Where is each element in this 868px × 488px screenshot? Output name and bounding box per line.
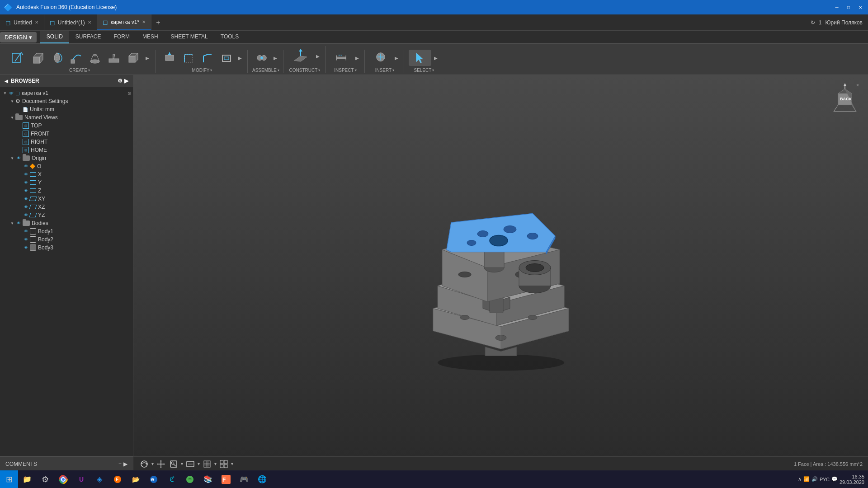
display-settings-button[interactable]: [185, 459, 196, 469]
tree-root[interactable]: ▼ 👁 ◻ каретка v1 ⊙: [0, 89, 133, 97]
view-cube[interactable]: × BACK: [829, 82, 861, 114]
tab-tools[interactable]: TOOLS: [214, 31, 245, 43]
xy-eye-icon[interactable]: 👁: [23, 196, 29, 202]
comments-add-icon[interactable]: +: [118, 461, 122, 467]
tab-close-icon[interactable]: ✕: [142, 19, 146, 24]
tree-origin-y[interactable]: 👁 Y: [0, 178, 133, 187]
tree-origin-xy[interactable]: 👁 XY: [0, 195, 133, 203]
rib-button[interactable]: [105, 50, 123, 66]
new-sketch-button[interactable]: [7, 50, 28, 66]
taskbar-app-games[interactable]: 🎮: [235, 470, 253, 488]
tab-untitled[interactable]: ◻ Untitled ✕: [0, 14, 44, 30]
comments-expand-icon[interactable]: ▶: [123, 461, 127, 467]
orbit-button[interactable]: [139, 459, 150, 469]
taskbar-file-explorer[interactable]: 📁: [18, 470, 36, 488]
insert-more-button[interactable]: ▶: [393, 54, 400, 62]
taskbar-app-cyan[interactable]: ℭ: [163, 470, 181, 488]
select-tool-button[interactable]: [409, 50, 431, 66]
modify-more-button[interactable]: ▶: [236, 54, 244, 62]
tree-origin-x[interactable]: 👁 X: [0, 170, 133, 178]
tree-origin-yz[interactable]: 👁 YZ: [0, 211, 133, 219]
orbit-arrow[interactable]: ▾: [151, 461, 154, 466]
construct-button[interactable]: [288, 46, 313, 66]
taskbar-fusion[interactable]: F: [217, 470, 235, 488]
press-pull-button[interactable]: [160, 50, 179, 66]
fillet-button[interactable]: [179, 50, 198, 66]
tab-close-icon[interactable]: ✕: [35, 20, 38, 25]
shell-button[interactable]: [217, 50, 236, 66]
viewport[interactable]: × BACK: [133, 75, 868, 471]
select-more-button[interactable]: ▶: [432, 54, 439, 62]
taskbar-app-net[interactable]: 🌐: [253, 470, 271, 488]
tree-origin-o[interactable]: 👁 O: [0, 162, 133, 170]
browser-expand-icon[interactable]: ▶: [124, 78, 128, 84]
origin-eye-icon[interactable]: 👁: [15, 155, 22, 161]
display-arrow[interactable]: ▾: [198, 461, 200, 466]
minimize-button[interactable]: ─: [833, 3, 841, 11]
tree-view-home[interactable]: ⊞ HOME: [0, 146, 133, 154]
taskbar-settings[interactable]: ⚙: [36, 470, 54, 488]
taskbar-app-books[interactable]: 📚: [199, 470, 217, 488]
root-eye-icon[interactable]: 👁: [8, 90, 14, 96]
tab-form[interactable]: FORM: [108, 31, 136, 43]
taskbar-notification-icon[interactable]: 💬: [831, 476, 838, 482]
tab-close-icon[interactable]: ✕: [88, 20, 91, 25]
start-button[interactable]: ⊞: [0, 470, 18, 488]
tab-mesh[interactable]: MESH: [136, 31, 165, 43]
xz-eye-icon[interactable]: 👁: [23, 204, 29, 210]
design-button[interactable]: DESIGN ▾: [0, 32, 37, 42]
box-button[interactable]: [124, 50, 142, 66]
measure-button[interactable]: mm: [330, 50, 353, 66]
tree-origin-xz[interactable]: 👁 XZ: [0, 203, 133, 211]
inspect-more-button[interactable]: ▶: [354, 54, 361, 62]
extrude-button[interactable]: [29, 50, 47, 66]
pan-button[interactable]: [156, 459, 166, 469]
construct-more-button[interactable]: ▶: [314, 52, 321, 61]
tab-solid[interactable]: SOLID: [40, 31, 69, 43]
tab-karetka[interactable]: ◻ каретка v1* ✕: [97, 14, 152, 30]
bodies-eye-icon[interactable]: 👁: [15, 220, 22, 226]
viewport-options-arrow[interactable]: ▾: [231, 461, 233, 466]
sync-icon[interactable]: ↻: [811, 19, 815, 26]
tree-origin[interactable]: ▼ 👁 Origin: [0, 154, 133, 162]
taskbar-app-green[interactable]: [181, 470, 199, 488]
taskbar-app-files[interactable]: 📂: [127, 470, 145, 488]
tab-sheet-metal[interactable]: SHEET METAL: [165, 31, 214, 43]
zoom-arrow[interactable]: ▾: [181, 461, 183, 466]
tree-body3[interactable]: 👁 Body3: [0, 244, 133, 252]
x-eye-icon[interactable]: 👁: [23, 171, 29, 178]
insert-button[interactable]: [369, 50, 392, 66]
tree-bodies[interactable]: ▼ 👁 Bodies: [0, 219, 133, 227]
loft-button[interactable]: [86, 50, 104, 66]
z-eye-icon[interactable]: 👁: [23, 188, 29, 194]
taskbar-app-u[interactable]: U: [72, 470, 90, 488]
root-options-icon[interactable]: ⊙: [127, 91, 131, 96]
browser-settings-icon[interactable]: ⚙: [118, 78, 123, 84]
o-eye-icon[interactable]: 👁: [23, 163, 29, 169]
sweep-button[interactable]: [67, 50, 85, 66]
chamfer-button[interactable]: [198, 50, 217, 66]
tab-untitled-1[interactable]: ◻ Untitled*(1) ✕: [44, 14, 97, 30]
tree-units[interactable]: 📄 Units: mm: [0, 105, 133, 113]
taskbar-app-orange[interactable]: F: [108, 470, 127, 488]
close-button[interactable]: ✕: [856, 3, 864, 11]
tree-body2[interactable]: 👁 Body2: [0, 235, 133, 244]
browser-collapse-icon[interactable]: ◀: [5, 79, 8, 84]
joint-button[interactable]: [253, 50, 271, 66]
yz-eye-icon[interactable]: 👁: [23, 212, 29, 218]
y-eye-icon[interactable]: 👁: [23, 179, 29, 186]
tree-body1[interactable]: 👁 Body1: [0, 227, 133, 235]
tab-surface[interactable]: SURFACE: [69, 31, 108, 43]
new-tab-button[interactable]: +: [151, 19, 165, 27]
tree-view-front[interactable]: ⊞ FRONT: [0, 130, 133, 138]
zoom-fit-button[interactable]: [168, 459, 179, 469]
taskbar-ie[interactable]: e: [145, 470, 163, 488]
grid-button[interactable]: [202, 459, 212, 469]
body3-eye-icon[interactable]: 👁: [23, 244, 29, 251]
create-more-button[interactable]: ▶: [143, 54, 152, 62]
tree-origin-z[interactable]: 👁 Z: [0, 187, 133, 195]
maximize-button[interactable]: □: [844, 3, 853, 11]
taskbar-app-blue[interactable]: ◈: [90, 470, 108, 488]
tree-view-top[interactable]: ⊞ TOP: [0, 122, 133, 130]
assemble-more-button[interactable]: ▶: [272, 54, 279, 62]
